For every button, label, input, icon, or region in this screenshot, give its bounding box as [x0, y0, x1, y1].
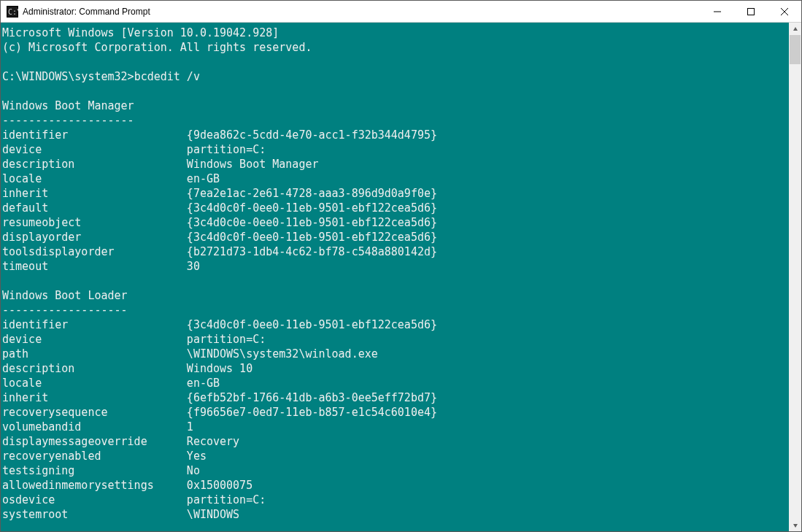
kv-key: osdevice	[2, 493, 187, 507]
svg-text:C:\: C:\	[8, 8, 18, 16]
kv-key: device	[2, 332, 187, 347]
kv-key: allowedinmemorysettings	[2, 478, 187, 493]
kv-row: timeout30	[2, 259, 787, 274]
cmd-icon: C:\	[7, 6, 18, 18]
kv-val: \WINDOWS\system32\winload.exe	[187, 347, 378, 361]
section-underline: --------------------	[2, 114, 134, 127]
close-button[interactable]	[768, 1, 801, 23]
kv-key: toolsdisplayorder	[2, 244, 187, 259]
kv-val: Windows 10	[187, 362, 252, 375]
kv-key: description	[2, 361, 187, 376]
kv-val: {f96656e7-0ed7-11eb-b857-e1c54c6010e4}	[187, 406, 437, 419]
vertical-scrollbar[interactable]	[789, 23, 801, 531]
kv-row: testsigningNo	[2, 463, 787, 478]
kv-val: {7ea2e1ac-2e61-4728-aaa3-896d9d0a9f0e}	[187, 187, 437, 200]
client-area: Microsoft Windows [Version 10.0.19042.92…	[1, 23, 801, 531]
prompt-path: C:\WINDOWS\system32>	[2, 70, 134, 83]
kv-row: resumeobject{3c4d0c0e-0ee0-11eb-9501-ebf…	[2, 215, 787, 230]
cmd-window: C:\ Administrator: Command Prompt Micros…	[0, 0, 802, 532]
kv-row: displayorder{3c4d0c0f-0ee0-11eb-9501-ebf…	[2, 230, 787, 244]
kv-key: inherit	[2, 390, 187, 405]
kv-key: locale	[2, 376, 187, 390]
kv-row: allowedinmemorysettings0x15000075	[2, 478, 787, 493]
kv-val: 30	[187, 260, 200, 273]
kv-val: {3c4d0c0f-0ee0-11eb-9501-ebf122cea5d6}	[187, 318, 437, 331]
copyright-line: (c) Microsoft Corporation. All rights re…	[2, 41, 312, 54]
kv-val: partition=C:	[187, 143, 266, 156]
kv-key: timeout	[2, 259, 187, 274]
section-title: Windows Boot Manager	[2, 99, 134, 112]
kv-key: identifier	[2, 128, 187, 142]
kv-key: description	[2, 157, 187, 171]
titlebar[interactable]: C:\ Administrator: Command Prompt	[1, 1, 801, 23]
kv-val: {6efb52bf-1766-41db-a6b3-0ee5eff72bd7}	[187, 391, 437, 404]
svg-rect-4	[748, 8, 755, 15]
kv-key: device	[2, 142, 187, 157]
kv-val: 0x15000075	[187, 479, 252, 492]
kv-key: recoverysequence	[2, 405, 187, 420]
scroll-down-button[interactable]	[789, 519, 801, 531]
kv-row: volumebandid1	[2, 420, 787, 434]
maximize-button[interactable]	[734, 1, 768, 23]
kv-val: {3c4d0c0f-0ee0-11eb-9501-ebf122cea5d6}	[187, 201, 437, 215]
kv-val: \WINDOWS	[187, 508, 239, 521]
kv-key: inherit	[2, 186, 187, 201]
kv-row: descriptionWindows 10	[2, 361, 787, 376]
scroll-thumb[interactable]	[790, 35, 801, 64]
kv-key: resumeobject	[2, 215, 187, 230]
kv-val: 1	[187, 420, 193, 433]
kv-val: Recovery	[187, 435, 239, 448]
section-underline: -------------------	[2, 304, 128, 317]
svg-marker-7	[793, 27, 798, 31]
kv-key: systemroot	[2, 507, 187, 522]
kv-val: partition=C:	[187, 493, 266, 506]
kv-row: systemroot\WINDOWS	[2, 507, 787, 522]
kv-val: No	[187, 464, 200, 477]
kv-val: partition=C:	[187, 333, 266, 346]
kv-row: recoverysequence{f96656e7-0ed7-11eb-b857…	[2, 405, 787, 420]
kv-row: identifier{3c4d0c0f-0ee0-11eb-9501-ebf12…	[2, 317, 787, 332]
kv-key: default	[2, 201, 187, 215]
kv-row: descriptionWindows Boot Manager	[2, 157, 787, 171]
kv-row: devicepartition=C:	[2, 332, 787, 347]
section-title: Windows Boot Loader	[2, 289, 128, 302]
kv-key: testsigning	[2, 463, 187, 478]
kv-row: toolsdisplayorder{b2721d73-1db4-4c62-bf7…	[2, 244, 787, 259]
kv-val: Windows Boot Manager	[187, 158, 319, 171]
version-line: Microsoft Windows [Version 10.0.19042.92…	[2, 26, 279, 39]
kv-key: locale	[2, 171, 187, 186]
kv-val: {3c4d0c0f-0ee0-11eb-9501-ebf122cea5d6}	[187, 231, 437, 244]
scroll-up-button[interactable]	[789, 23, 801, 35]
kv-key: identifier	[2, 317, 187, 332]
kv-row: localeen-GB	[2, 376, 787, 390]
kv-row: inherit{6efb52bf-1766-41db-a6b3-0ee5eff7…	[2, 390, 787, 405]
kv-val: en-GB	[187, 377, 220, 390]
kv-key: displayorder	[2, 230, 187, 244]
kv-key: displaymessageoverride	[2, 434, 187, 449]
terminal-output[interactable]: Microsoft Windows [Version 10.0.19042.92…	[1, 23, 789, 531]
kv-row: inherit{7ea2e1ac-2e61-4728-aaa3-896d9d0a…	[2, 186, 787, 201]
kv-val: {3c4d0c0e-0ee0-11eb-9501-ebf122cea5d6}	[187, 216, 437, 229]
kv-val: Yes	[187, 450, 207, 463]
kv-row: recoveryenabledYes	[2, 449, 787, 463]
kv-val: {b2721d73-1db4-4c62-bf78-c548a880142d}	[187, 245, 437, 258]
window-title: Administrator: Command Prompt	[23, 7, 150, 17]
kv-row: localeen-GB	[2, 171, 787, 186]
kv-key: recoveryenabled	[2, 449, 187, 463]
svg-marker-8	[793, 524, 798, 528]
kv-val: {9dea862c-5cdd-4e70-acc1-f32b344d4795}	[187, 128, 437, 142]
prompt-command: bcdedit /v	[134, 70, 200, 83]
kv-row: devicepartition=C:	[2, 142, 787, 157]
kv-row: path\WINDOWS\system32\winload.exe	[2, 347, 787, 361]
kv-key: path	[2, 347, 187, 361]
minimize-button[interactable]	[701, 1, 734, 23]
kv-row: displaymessageoverrideRecovery	[2, 434, 787, 449]
kv-row: identifier{9dea862c-5cdd-4e70-acc1-f32b3…	[2, 128, 787, 142]
kv-val: en-GB	[187, 172, 220, 185]
kv-key: volumebandid	[2, 420, 187, 434]
kv-row: default{3c4d0c0f-0ee0-11eb-9501-ebf122ce…	[2, 201, 787, 215]
kv-row: osdevicepartition=C:	[2, 493, 787, 507]
